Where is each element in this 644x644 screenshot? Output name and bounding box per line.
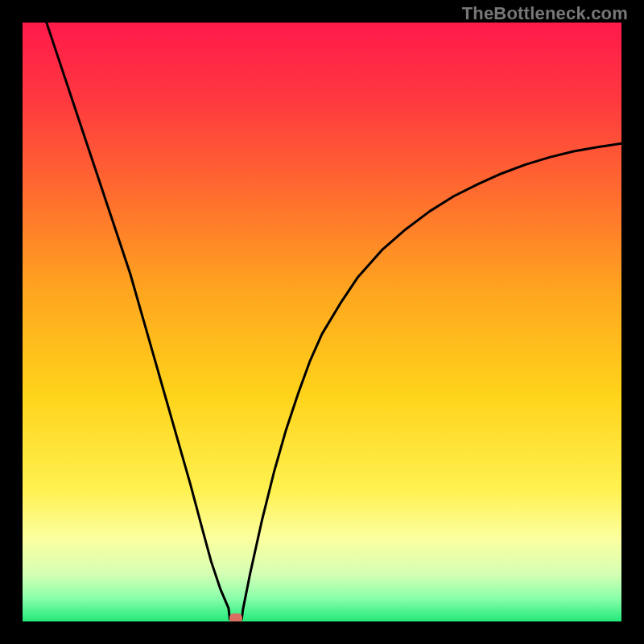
bottleneck-curve: [23, 23, 621, 621]
watermark-text: TheBottleneck.com: [462, 3, 628, 24]
plot-area: [23, 23, 621, 621]
minimum-marker: [229, 613, 242, 621]
chart-frame: TheBottleneck.com: [0, 0, 644, 644]
curve-path: [47, 23, 621, 619]
